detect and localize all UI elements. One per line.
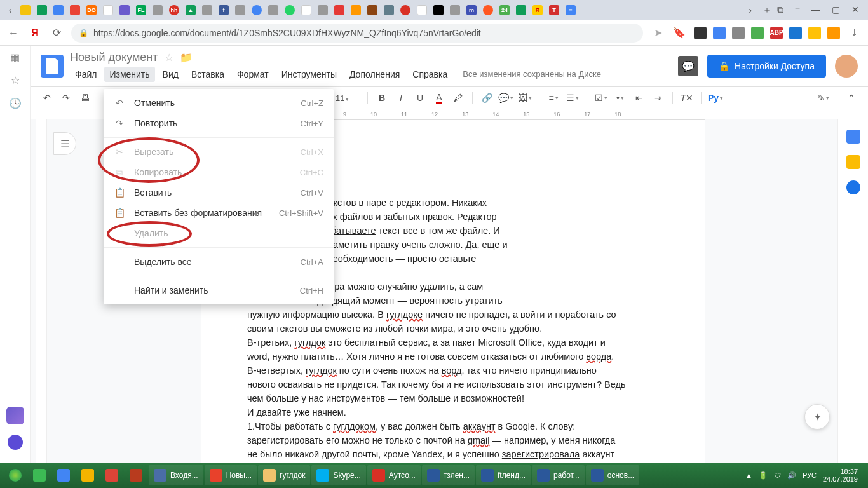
text-color-button[interactable]: A bbox=[431, 90, 447, 105]
editing-mode-button[interactable]: ✎ bbox=[815, 90, 831, 105]
tab-icon[interactable] bbox=[483, 5, 493, 15]
insert-image-button[interactable]: 🖼 bbox=[517, 90, 532, 105]
tab-icon[interactable] bbox=[367, 5, 377, 15]
undo-button[interactable]: ↶ bbox=[39, 90, 55, 105]
explore-button[interactable]: ✦ bbox=[804, 404, 830, 430]
ext-icon[interactable] bbox=[751, 27, 764, 39]
tray-volume-icon[interactable]: 🔊 bbox=[787, 471, 796, 480]
tab-icon[interactable] bbox=[235, 5, 245, 15]
bookmark-icon[interactable]: 🔖 bbox=[672, 26, 686, 40]
insert-comment-button[interactable]: 💬 bbox=[498, 90, 513, 105]
tab-icon[interactable] bbox=[400, 5, 410, 15]
ext-icon[interactable] bbox=[789, 27, 802, 39]
menu-addons[interactable]: Дополнения bbox=[344, 67, 405, 82]
tray-battery-icon[interactable]: 🔋 bbox=[759, 471, 768, 480]
adblock-icon[interactable]: ABP bbox=[770, 27, 783, 39]
clear-formatting-button[interactable]: T✕ bbox=[679, 90, 695, 105]
tab-icon[interactable] bbox=[37, 5, 47, 15]
menu-item-paste-plain[interactable]: 📋Вставить без форматированияCtrl+Shift+V bbox=[104, 203, 334, 223]
tab-icon[interactable] bbox=[252, 5, 262, 15]
taskbar-app[interactable]: Аутсо... bbox=[367, 465, 421, 485]
tab-icon[interactable]: f bbox=[219, 5, 229, 15]
tab-icon[interactable]: DO bbox=[86, 5, 97, 15]
underline-button[interactable]: U bbox=[412, 90, 428, 105]
menu-item-redo[interactable]: ↷ПовторитьCtrl+Y bbox=[104, 113, 334, 133]
menu-help[interactable]: Справка bbox=[407, 67, 452, 82]
taskbar-app[interactable]: ftленд... bbox=[476, 465, 531, 485]
tab-icon[interactable]: Я bbox=[532, 5, 543, 15]
input-tools-button[interactable]: Py bbox=[708, 90, 723, 105]
taskbar-app[interactable] bbox=[100, 465, 123, 485]
panels-icon[interactable]: ▦ bbox=[9, 51, 22, 64]
calendar-icon[interactable] bbox=[846, 130, 860, 144]
tab-icon[interactable] bbox=[103, 5, 113, 15]
menu-edit[interactable]: Изменить bbox=[104, 67, 154, 82]
ext-icon[interactable] bbox=[732, 27, 745, 39]
start-button[interactable] bbox=[4, 465, 27, 485]
print-button[interactable]: 🖶 bbox=[78, 90, 93, 105]
tab-icon[interactable] bbox=[334, 5, 344, 15]
document-title[interactable]: Новый документ bbox=[70, 51, 158, 64]
tab-icon[interactable] bbox=[301, 5, 311, 15]
increase-indent-button[interactable]: ⇥ bbox=[651, 90, 666, 105]
user-avatar[interactable] bbox=[835, 55, 858, 78]
tab-icon[interactable]: T bbox=[549, 5, 559, 15]
collapse-toolbar-button[interactable]: ⌃ bbox=[844, 90, 859, 105]
menu-item-paste[interactable]: 📋ВставитьCtrl+V bbox=[104, 182, 334, 203]
line-spacing-button[interactable]: ☰ bbox=[565, 90, 580, 105]
tab-icon[interactable] bbox=[384, 5, 394, 15]
bold-button[interactable]: B bbox=[374, 90, 390, 105]
tabs-overview-icon[interactable]: ⧉ bbox=[777, 4, 783, 15]
new-tab-button[interactable]: ＋ bbox=[761, 4, 773, 17]
docs-logo-icon[interactable] bbox=[41, 55, 64, 78]
taskbar-app[interactable] bbox=[52, 465, 75, 485]
reload-button[interactable]: ⟳ bbox=[50, 26, 64, 40]
taskbar-app[interactable]: Skype... bbox=[311, 465, 365, 485]
alice-icon[interactable] bbox=[6, 407, 24, 424]
menu-item-undo[interactable]: ↶ОтменитьCtrl+Z bbox=[104, 93, 334, 113]
downloads-icon[interactable]: ⭳ bbox=[848, 26, 862, 40]
tab-icon[interactable] bbox=[433, 5, 444, 15]
decrease-indent-button[interactable]: ⇤ bbox=[632, 90, 647, 105]
taskbar-app[interactable] bbox=[28, 465, 51, 485]
bulleted-list-button[interactable]: • bbox=[613, 90, 628, 105]
tab-icon[interactable] bbox=[53, 5, 64, 15]
tray-language[interactable]: РУС bbox=[803, 471, 817, 479]
taskbar-app[interactable]: гуглдок bbox=[258, 465, 310, 485]
tab-icon[interactable] bbox=[202, 5, 212, 15]
highlight-button[interactable]: 🖍 bbox=[451, 90, 466, 105]
tab-icon[interactable]: FL bbox=[136, 5, 146, 15]
send-icon[interactable]: ➤ bbox=[651, 26, 665, 40]
tabs-scroll-right[interactable]: › bbox=[744, 4, 757, 17]
tab-icon[interactable] bbox=[285, 5, 295, 15]
tray-network-icon[interactable]: 🛡 bbox=[774, 471, 781, 479]
move-folder-icon[interactable]: 📁 bbox=[180, 51, 193, 64]
taskbar-app[interactable]: работ... bbox=[532, 465, 585, 485]
insert-link-button[interactable]: 🔗 bbox=[479, 90, 494, 105]
taskbar-app[interactable]: Входя... bbox=[149, 465, 203, 485]
tab-icon[interactable] bbox=[318, 5, 328, 15]
ext-icon[interactable] bbox=[827, 27, 840, 39]
italic-button[interactable]: I bbox=[393, 90, 409, 105]
taskbar-app[interactable]: тзлен... bbox=[422, 465, 475, 485]
font-size-select[interactable]: 11 bbox=[336, 93, 361, 103]
tab-icon[interactable] bbox=[417, 5, 427, 15]
history-icon[interactable]: 🕓 bbox=[9, 97, 22, 109]
save-status[interactable]: Все изменения сохранены на Диске bbox=[463, 69, 601, 79]
comments-button[interactable]: 💬 bbox=[678, 56, 698, 76]
star-icon[interactable]: ☆ bbox=[165, 51, 173, 64]
taskbar-clock[interactable]: 18:37 24.07.2019 bbox=[823, 468, 858, 483]
ext-icon[interactable] bbox=[713, 27, 726, 39]
taskbar-app[interactable]: Новы... bbox=[205, 465, 257, 485]
tray-arrow-icon[interactable]: ▲ bbox=[745, 471, 752, 479]
keep-icon[interactable] bbox=[846, 155, 860, 169]
window-close[interactable]: ✕ bbox=[851, 4, 859, 15]
tab-icon[interactable] bbox=[119, 5, 130, 15]
back-button[interactable]: ← bbox=[6, 26, 20, 40]
menu-format[interactable]: Формат bbox=[232, 67, 274, 82]
tab-icon[interactable] bbox=[268, 5, 278, 15]
menu-insert[interactable]: Вставка bbox=[186, 67, 229, 82]
redo-button[interactable]: ↷ bbox=[58, 90, 74, 105]
tab-icon[interactable]: hh bbox=[169, 5, 179, 15]
taskbar-app[interactable] bbox=[76, 465, 99, 485]
